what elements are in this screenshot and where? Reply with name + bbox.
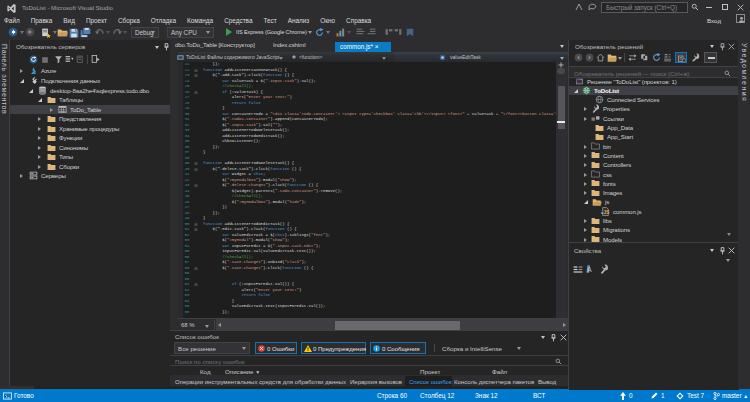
svg-text:JS: JS (603, 209, 610, 215)
svg-text:A: A (587, 266, 592, 273)
